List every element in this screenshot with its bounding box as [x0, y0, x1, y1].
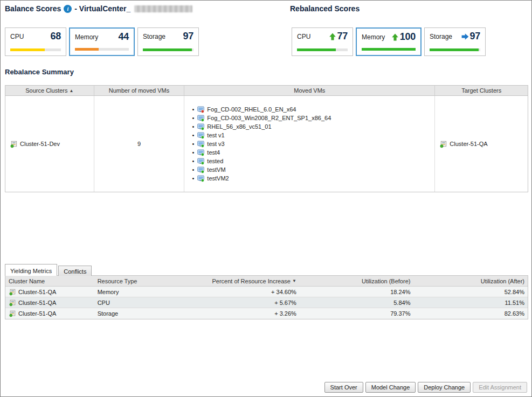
vm-name: Fog_CD-003_Win2008_R2_ENT_SP1_x86_64 — [207, 115, 331, 121]
vm-icon-running — [197, 149, 204, 156]
metrics-table-header: Cluster Name Resource Type Percent of Re… — [5, 276, 528, 287]
table-row[interactable]: Cluster-51-QA Memory + 34.60% 18.24% 52.… — [5, 287, 528, 297]
increase-value: + 3.26% — [274, 310, 296, 317]
after-value: 52.84% — [505, 289, 524, 295]
column-header-target-clusters[interactable]: Target Clusters — [435, 86, 528, 95]
target-cluster-name: Cluster-51-QA — [450, 141, 487, 147]
column-header-resource-type[interactable]: Resource Type — [94, 276, 157, 286]
edit-assignment-button[interactable]: Edit Assignment — [473, 382, 527, 393]
cluster-name: Cluster-51-QA — [18, 289, 56, 295]
moved-vms-cell: • Fog_CD-002_RHEL_6.0_EN_x64 • — [184, 96, 435, 192]
column-header-moved-vms[interactable]: Moved VMs — [184, 86, 435, 95]
vm-icon-running — [197, 158, 204, 165]
bullet: • — [191, 175, 195, 182]
vm-list-item: • RHEL_56_x86_vc51_01 — [191, 122, 331, 131]
vm-name: tested — [207, 158, 223, 164]
before-value: 5.84% — [393, 300, 410, 306]
up-arrow-icon — [391, 33, 399, 41]
utilization-before-cell: 79.37% — [300, 308, 414, 319]
balance-score-cards: CPU 68 Memory 44 Storage 97 — [5, 27, 199, 56]
model-change-button[interactable]: Model Change — [365, 382, 416, 393]
rebalance-summary-table: Source Clusters ▲ Number of moved VMs Mo… — [5, 85, 528, 192]
vm-list-item: • testVM2 — [191, 174, 331, 183]
resource-type: CPU — [98, 300, 110, 306]
score-card-value: 97 — [183, 31, 194, 42]
column-header-moved-count[interactable]: Number of moved VMs — [94, 86, 185, 95]
utilization-before-cell: 5.84% — [300, 297, 414, 308]
tab-conflicts[interactable]: Conflicts — [58, 266, 92, 276]
score-card-memory[interactable]: Memory 44 — [69, 27, 135, 56]
score-card-label: Memory — [362, 33, 385, 41]
source-cluster-cell: Cluster-51-Dev — [5, 96, 94, 192]
score-bar — [143, 48, 194, 51]
balance-scores-title: Balance Scores — [5, 4, 61, 13]
utilization-after-cell: 11.51% — [413, 297, 528, 308]
score-bar-fill — [362, 48, 416, 51]
before-value: 79.37% — [390, 310, 410, 317]
column-header-percent-increase[interactable]: Percent of Resource Increase ▼ — [156, 276, 299, 286]
score-bar — [10, 48, 61, 51]
score-card-value: 77 — [337, 31, 348, 42]
tab-yielding-metrics[interactable]: Yielding Metrics — [5, 264, 57, 276]
tab-label: Conflicts — [64, 268, 86, 275]
yielding-metrics-table: Cluster Name Resource Type Percent of Re… — [5, 275, 528, 319]
vm-icon-running — [197, 115, 204, 122]
vm-list-item: • Fog_CD-002_RHEL_6.0_EN_x64 — [191, 105, 331, 114]
column-label: Utilization (Before) — [362, 278, 410, 284]
increase-value: + 34.60% — [271, 289, 296, 295]
cluster-name-cell: Cluster-51-QA — [5, 308, 94, 319]
moved-count-cell: 9 — [94, 96, 185, 192]
cluster-name-cell: Cluster-51-QA — [5, 297, 94, 308]
score-card-cpu[interactable]: CPU 68 — [5, 27, 66, 56]
column-label: Cluster Name — [9, 278, 45, 284]
footer-actions: Start Over Model Change Deploy Change Ed… — [324, 382, 527, 393]
vm-list: • Fog_CD-002_RHEL_6.0_EN_x64 • — [184, 105, 331, 183]
score-card-label: Memory — [75, 33, 98, 41]
column-label: Percent of Resource Increase — [212, 278, 291, 284]
increase-cell: + 3.26% — [156, 308, 299, 319]
score-card-storage[interactable]: Storage 97 — [137, 27, 199, 56]
up-arrow-icon — [329, 33, 336, 40]
vm-icon-running — [197, 166, 204, 173]
table-row[interactable]: Cluster-51-QA Storage + 3.26% 79.37% 82.… — [5, 308, 528, 319]
bullet: • — [191, 166, 195, 173]
column-header-utilization-after[interactable]: Utilization (After) — [413, 276, 528, 286]
cluster-icon — [9, 310, 16, 317]
moved-count: 9 — [137, 141, 141, 147]
balance-scores-screen: Balance Scores i - VirtualCenter_ Rebala… — [0, 0, 532, 397]
resource-type-cell: Memory — [94, 287, 157, 297]
increase-cell: + 5.67% — [156, 297, 299, 308]
score-card-value: 97 — [470, 31, 480, 42]
column-header-cluster-name[interactable]: Cluster Name — [5, 276, 94, 286]
cluster-icon — [10, 140, 18, 148]
column-label: Moved VMs — [294, 87, 325, 94]
bullet: • — [191, 106, 195, 113]
column-header-utilization-before[interactable]: Utilization (Before) — [300, 276, 414, 286]
resource-type: Storage — [98, 310, 119, 317]
right-arrow-icon — [461, 33, 469, 40]
score-bar — [75, 48, 129, 51]
vcenter-label: - VirtualCenter_ — [74, 4, 130, 13]
vm-name: testVM — [207, 166, 225, 173]
deploy-change-button[interactable]: Deploy Change — [418, 382, 471, 393]
rebalance-summary-heading: Rebalance Summary — [5, 68, 74, 76]
vm-icon-running — [197, 132, 204, 139]
vm-list-item: • testVM — [191, 165, 331, 174]
resource-type: Memory — [98, 289, 119, 295]
start-over-button[interactable]: Start Over — [324, 382, 363, 393]
info-icon[interactable]: i — [64, 5, 72, 13]
score-card-value: 100 — [400, 31, 416, 43]
vm-icon-running — [197, 175, 204, 182]
table-row[interactable]: Cluster-51-QA CPU + 5.67% 5.84% 11.51% — [5, 297, 528, 308]
column-header-source-clusters[interactable]: Source Clusters ▲ — [5, 86, 94, 95]
rebalanced-card-memory[interactable]: Memory 100 — [356, 27, 422, 56]
bullet: • — [191, 149, 195, 156]
rebalanced-card-storage[interactable]: Storage 97 — [424, 27, 486, 56]
vm-icon-stopped — [197, 106, 204, 113]
score-card-value: 68 — [51, 31, 61, 42]
rebalanced-card-cpu[interactable]: CPU 77 — [292, 27, 353, 56]
metrics-tab-strip: Yielding Metrics Conflicts — [5, 264, 93, 276]
score-bar — [297, 48, 348, 51]
bullet: • — [191, 123, 195, 130]
vm-name: test v3 — [207, 141, 224, 147]
